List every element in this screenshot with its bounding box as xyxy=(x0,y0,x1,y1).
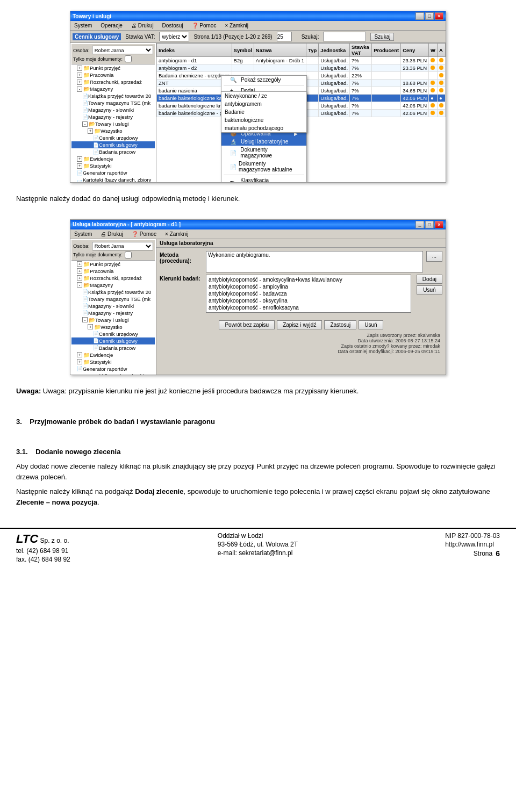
close-btn-1[interactable]: × xyxy=(435,12,443,20)
menu2-system[interactable]: System xyxy=(73,231,94,238)
tree2-mag-slowniki[interactable]: 📄Magazyny - słowniki xyxy=(71,303,155,310)
cell-jednostka: Usługa/bad. xyxy=(319,87,350,95)
menu2-pomoc[interactable]: ❓ Pomoc xyxy=(130,231,158,238)
table-row[interactable]: antybiogram - d2 Usługa/bad. 7% 23.36 PL… xyxy=(157,64,446,72)
cell-ceny: 34.68 PLN xyxy=(401,87,429,95)
tree2-generator[interactable]: 📄Generator raportów xyxy=(71,365,155,372)
menu2-zamknij[interactable]: × Zamknij xyxy=(163,231,190,238)
cm-uslugi-lab[interactable]: 🔬 Usługi laboratoryjne xyxy=(221,138,306,146)
tree2-cennik-uslugowy[interactable]: 📄Cennik usługowy xyxy=(71,337,155,344)
menu-pomoc[interactable]: ❓ Pomoc xyxy=(190,22,218,29)
tree2-pracownia[interactable]: +📁Pracownia xyxy=(71,268,155,275)
metoda-field[interactable]: Wykonanie antybiogramu. xyxy=(206,251,423,272)
minimize-btn-1[interactable]: _ xyxy=(415,12,424,20)
left-panel-header-2: Osoba: Robert Jarna Tylko moje dokumenty… xyxy=(71,240,155,261)
menu-drukuj[interactable]: 🖨 Drukuj xyxy=(130,22,155,29)
table-row[interactable]: antybiogram - d1 B2g Antybiogram - Drób … xyxy=(157,57,446,64)
powrot-bez-zapisu-btn[interactable]: Powrót bez zapisu xyxy=(219,320,275,329)
kierunek-dodaj-btn[interactable]: Dodaj xyxy=(417,275,442,284)
minimize-btn-2[interactable]: _ xyxy=(415,221,424,228)
submenu-item-4[interactable]: bakteriologiczne xyxy=(221,116,306,124)
usun-btn[interactable]: Usuń xyxy=(359,320,383,329)
stawka-vat-select[interactable]: wybierz 7% 22% xyxy=(159,32,189,41)
kierunek-item-4[interactable]: antybiotykooporność - oksycylina xyxy=(207,297,410,304)
tree-cennik-urzedowy[interactable]: 📄Cennik urzędowy xyxy=(71,134,155,141)
footer-strona-label: Strona xyxy=(474,550,492,557)
cell-stawka: 7% xyxy=(350,110,372,117)
tree-wszystko[interactable]: +📁Wszystko xyxy=(71,127,155,134)
left-panel-1: Osoba: Robert Jarna Tylko moje dokumenty… xyxy=(70,43,156,183)
tree-pracownia[interactable]: +📁Pracownia xyxy=(71,71,155,78)
maximize-btn-1[interactable]: □ xyxy=(425,12,434,20)
tree-mag-rejestry[interactable]: 📄Magazyny - rejestry xyxy=(71,113,155,120)
osoba-select-1[interactable]: Robert Jarna xyxy=(92,46,153,54)
tree-towary-mag[interactable]: 📄Towary magazynu TSE (mk xyxy=(71,99,155,106)
menu-dostosuj[interactable]: Dostosuj xyxy=(161,22,185,29)
kierunki-listbox[interactable]: antybiotykooporność - amoksycylina+kwas … xyxy=(206,275,411,313)
tree-punkt-przyjec[interactable]: +📁Punkt przyjęć xyxy=(71,64,155,71)
kierunek-item-1[interactable]: antybiotykooporność - amoksycylina+kwas … xyxy=(207,276,410,283)
tree2-towary-uslugi[interactable]: -📂Towary i usługi xyxy=(71,317,155,324)
tree2-wszystko[interactable]: +📁Wszystko xyxy=(71,324,155,330)
dok-mag-akt-icon: 📄 xyxy=(230,164,236,170)
tree-mag-slowniki[interactable]: 📄Magazyny - słowniki xyxy=(71,106,155,113)
menu-system[interactable]: System xyxy=(73,22,94,29)
cm-dok-mag-akt[interactable]: 📄 Dokumenty magazynowe aktualne xyxy=(221,160,306,174)
metoda-browse-btn[interactable]: ... xyxy=(426,251,442,262)
moje-checkbox-1[interactable] xyxy=(125,55,132,62)
menu2-drukuj[interactable]: 🖨 Drukuj xyxy=(99,231,125,238)
tree2-badania-pracow[interactable]: 📄Badania pracow xyxy=(71,344,155,351)
tree2-rozrachunki[interactable]: +📁Rozrachunki, sprzedaż xyxy=(71,275,155,282)
maximize-btn-2[interactable]: □ xyxy=(425,221,434,228)
tree-cennik-uslugowy[interactable]: 📄Cennik usługowy xyxy=(71,141,155,148)
menu-zamknij[interactable]: × Zamknij xyxy=(223,22,250,29)
cell-stawka: 7% xyxy=(350,64,372,72)
submenu-item-5[interactable]: materiału pochodzącego xyxy=(221,124,306,132)
osoba-select-2[interactable]: Robert Jarna xyxy=(92,242,153,250)
right-content-2: Usługa laboratoryjna Metoda(procedura): … xyxy=(156,239,446,375)
tree-kartoteki[interactable]: 📄Kartoteki (bazy danych, zbiory w xyxy=(71,176,155,183)
kierunek-item-2[interactable]: antybiotykooporność - ampicylina xyxy=(207,283,410,290)
submenu-item-1[interactable]: Niewykonane / ze xyxy=(221,92,306,100)
page-size-input[interactable] xyxy=(277,32,292,41)
tree2-towary-mag[interactable]: 📄Towary magazynu TSE (mk xyxy=(71,296,155,303)
menu-operacje[interactable]: Operacje xyxy=(99,22,124,29)
submenu-item-2[interactable]: antybiogramem xyxy=(221,100,306,108)
submenu-item-3[interactable]: Badanie xyxy=(221,108,306,116)
zastosuj-btn[interactable]: Zastosuj xyxy=(324,320,356,329)
tree-ksiazka[interactable]: 📄Książka przyjęć towarów 20 xyxy=(71,92,155,99)
search-input-1[interactable] xyxy=(323,32,366,41)
cell-ceny: 18.68 PLN xyxy=(401,80,429,87)
cm-klas-podst[interactable]: Ti Klasyfikacja podstawowa xyxy=(221,176,306,183)
tree-magazyny[interactable]: -📂Magazyny xyxy=(71,85,155,92)
cell-ceny: 42.06 PLN xyxy=(401,110,429,117)
cm-pokaz-szczegoly[interactable]: 🔍 Pokaż szczegóły xyxy=(221,76,306,84)
zapisz-i-wyjdz-btn[interactable]: Zapisz i wyjdź xyxy=(277,320,322,329)
tree2-mag-rejestry[interactable]: 📄Magazyny - rejestry xyxy=(71,310,155,317)
kierunek-usun-btn[interactable]: Usuń xyxy=(417,285,442,294)
text-section-1: Następnie należy dodać do danej usługi o… xyxy=(16,188,500,214)
tree2-magazyny[interactable]: -📂Magazyny xyxy=(71,282,155,289)
tree2-ewidencje[interactable]: +📁Ewidencje xyxy=(71,351,155,358)
footer-left: LTC Sp. z o. o. tel. (42) 684 98 91 fax.… xyxy=(16,532,70,563)
tree-generator[interactable]: 📄Generator raportów xyxy=(71,169,155,176)
col-w: W xyxy=(429,44,438,57)
search-button-1[interactable]: Szukaj xyxy=(370,33,394,41)
kierunek-item-3[interactable]: antybiotykooporność - badawcza xyxy=(207,290,410,297)
tree-rozrachunki[interactable]: +📁Rozrachunki, sprzedaż xyxy=(71,78,155,85)
tree-statystyki[interactable]: +📁Statystyki xyxy=(71,162,155,169)
tree-towary-uslugi[interactable]: -📂Towary i usługi xyxy=(71,120,155,127)
cm-dok-mag[interactable]: 📄 Dokumenty magazynowe xyxy=(221,146,306,160)
cell-a xyxy=(438,87,446,95)
kierunek-item-5[interactable]: antybiotykooporność - enrofloksacyna xyxy=(207,304,410,311)
tree2-kartoteki[interactable]: 📄Kartoteki (bazy danych, zbiory w xyxy=(71,372,155,375)
tree-ewidencje[interactable]: +📁Ewidencje xyxy=(71,155,155,162)
tree2-cennik-urzedowy[interactable]: 📄Cennik urzędowy xyxy=(71,330,155,337)
cell-producent xyxy=(372,80,401,87)
tree-badania-pracow[interactable]: 📄Badania pracow xyxy=(71,148,155,155)
tree2-statystyki[interactable]: +📁Statystyki xyxy=(71,358,155,365)
moje-checkbox-2[interactable] xyxy=(125,251,132,258)
close-btn-2[interactable]: × xyxy=(435,221,443,228)
tree2-punkt-przyjec[interactable]: +📁Punkt przyjęć xyxy=(71,261,155,268)
tree2-ksiazka[interactable]: 📄Książka przyjęć towarów 20 xyxy=(71,289,155,296)
